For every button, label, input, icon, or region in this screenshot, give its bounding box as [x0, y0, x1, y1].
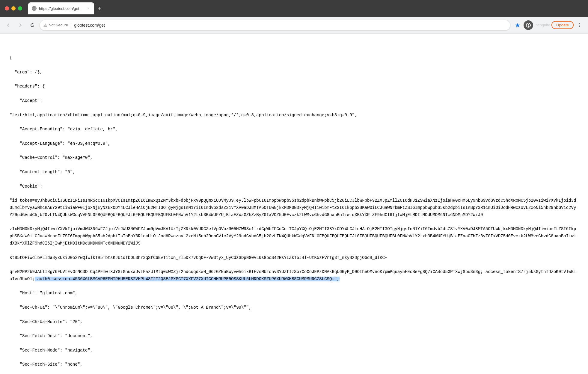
close-button[interactable] [5, 6, 9, 10]
tab-favicon [32, 6, 37, 11]
page-content: { "args": {}, "headers": { "Accept": "te… [0, 34, 588, 374]
tab-title: https://glootest.com/get [39, 6, 83, 11]
address-separator: | [70, 22, 72, 28]
titlebar: https://glootest.com/get × + [0, 0, 588, 17]
new-tab-button[interactable]: + [95, 4, 104, 13]
line11b: zIxMDM0NDkyMjQ4IiwiYXVkIjoiVmJWU3N6WFZJj… [10, 227, 576, 246]
line15: "Sec-Ch-Ua": "\"Chromium\";v=\"88\", \"G… [10, 305, 251, 310]
line18: "Sec-Fetch-Mode": "navigate", [10, 348, 93, 353]
maximize-button[interactable] [18, 6, 22, 10]
line8: "Cache-Control": "max-age=0", [10, 155, 93, 160]
forward-button[interactable] [16, 20, 25, 30]
line16: "Sec-Ch-Ua-Mobile": "?0", [10, 319, 83, 324]
bookmark-button[interactable] [513, 20, 522, 30]
incognito-label: Incognito [534, 23, 550, 27]
line9: "Content-Length": "0", [10, 170, 75, 174]
omnibar-right: Incognito Update ⋮ [513, 20, 584, 30]
line7: "Accept-Language": "en-US,en;q=0.9", [10, 141, 110, 146]
not-secure-indicator: ⚠ Not Secure [43, 23, 68, 28]
back-button[interactable] [4, 20, 13, 30]
line6: "Accept-Encoding": "gzip, deflate, br", [10, 127, 118, 132]
omnibar: ⚠ Not Secure | glootest.com/get Incognit… [0, 17, 588, 34]
tab-close-button[interactable]: × [86, 6, 91, 11]
line4: "Accept": [10, 98, 42, 103]
line3: "headers": { [10, 84, 45, 89]
line12: Kt85tOFiWdlbALlda8yxUkiJ0o2YwQlwlkTH5Tbt… [10, 255, 387, 260]
update-button[interactable]: Update [551, 21, 574, 29]
warning-icon: ⚠ [43, 23, 47, 28]
svg-marker-3 [515, 23, 520, 28]
line2: "args": {}, [10, 70, 42, 75]
incognito-icon [524, 20, 533, 30]
line1: { [10, 55, 12, 60]
not-secure-label: Not Secure [49, 23, 68, 27]
line14: "Host": "glootest.com", [10, 291, 78, 295]
tab-bar: https://glootest.com/get × + [28, 2, 583, 14]
json-body: { "args": {}, "headers": { "Accept": "te… [10, 47, 578, 374]
traffic-lights [5, 6, 22, 10]
line17: "Sec-Fetch-Dest": "document", [10, 334, 93, 338]
active-tab[interactable]: https://glootest.com/get × [28, 2, 94, 14]
line13-highlight: auth0-session=4536X6LBMGAP6EPMIRHU5ERS2V… [35, 277, 340, 281]
url-display: glootest.com/get [74, 23, 105, 28]
minimize-button[interactable] [11, 6, 16, 10]
line10: "Cookie": [10, 184, 42, 189]
line19: "Sec-Fetch-Site": "none", [10, 362, 83, 367]
address-bar[interactable]: ⚠ Not Secure | glootest.com/get [40, 20, 510, 31]
chrome-menu-button[interactable]: ⋮ [575, 20, 584, 30]
line11: "id_token=eyJhbGciOiJSUzI1NiIsInR5cCI6Ik… [10, 198, 576, 217]
line5: "text/html,application/xhtml+xml,applica… [10, 113, 357, 117]
reload-button[interactable] [28, 20, 37, 30]
